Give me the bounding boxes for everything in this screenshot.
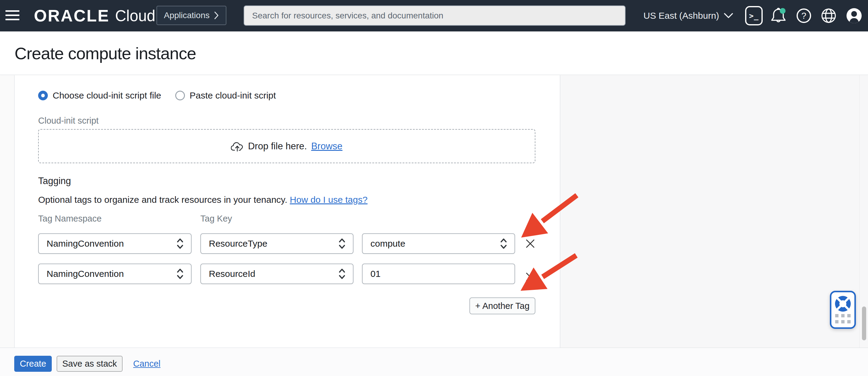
scrollbar-track[interactable] bbox=[859, 75, 868, 348]
remove-tag-row1-button[interactable] bbox=[524, 238, 536, 250]
left-gutter bbox=[0, 75, 14, 348]
tag-namespace-select-row1[interactable]: NamingConvention bbox=[38, 233, 192, 254]
global-search bbox=[244, 5, 626, 26]
tag-value-select-row1[interactable]: compute bbox=[362, 233, 515, 254]
region-label: US East (Ashburn) bbox=[644, 10, 719, 21]
chevron-down-icon bbox=[724, 13, 733, 19]
save-as-stack-button[interactable]: Save as stack bbox=[57, 356, 123, 372]
profile-button[interactable] bbox=[845, 0, 863, 31]
select-updown-icon bbox=[177, 268, 184, 280]
cloud-wordmark: Cloud bbox=[115, 7, 155, 25]
cloud-upload-icon bbox=[231, 141, 244, 151]
close-icon bbox=[525, 238, 535, 249]
lifebuoy-icon bbox=[834, 295, 851, 312]
top-navigation-bar: ORACLE Cloud Applications US East (Ashbu… bbox=[0, 0, 868, 31]
radio-paste-cloud-init[interactable]: Paste cloud-init script bbox=[175, 90, 276, 101]
cloud-shell-icon: >_ bbox=[745, 6, 763, 25]
notifications-button[interactable] bbox=[769, 0, 788, 31]
support-chat-widget[interactable] bbox=[830, 291, 856, 329]
tagging-heading: Tagging bbox=[38, 176, 71, 186]
add-another-tag-button[interactable]: + Another Tag bbox=[469, 298, 535, 314]
radio-unselected-icon[interactable] bbox=[175, 91, 185, 100]
cloud-init-script-label: Cloud-init script bbox=[38, 116, 99, 126]
help-icon: ? bbox=[797, 8, 811, 23]
page-header: Create compute instance bbox=[0, 31, 868, 75]
close-icon bbox=[525, 272, 535, 282]
cancel-link[interactable]: Cancel bbox=[133, 356, 160, 372]
tag-key-column-label: Tag Key bbox=[200, 214, 232, 224]
tag-namespace-column-label: Tag Namespace bbox=[38, 214, 102, 224]
tag-namespace-select-row2[interactable]: NamingConvention bbox=[38, 264, 192, 284]
select-updown-icon bbox=[177, 238, 184, 249]
browse-link[interactable]: Browse bbox=[311, 141, 342, 152]
how-do-i-use-tags-link[interactable]: How do I use tags? bbox=[290, 195, 368, 205]
select-updown-icon bbox=[500, 238, 507, 249]
oracle-wordmark: ORACLE bbox=[34, 6, 110, 25]
avatar-icon bbox=[846, 7, 862, 24]
search-input[interactable] bbox=[244, 6, 625, 25]
action-footer: Create Save as stack Cancel bbox=[0, 348, 868, 376]
drop-file-text: Drop file here. bbox=[248, 141, 307, 152]
create-button[interactable]: Create bbox=[14, 356, 52, 372]
tag-key-select-row2[interactable]: ResourceId bbox=[200, 264, 353, 284]
form-content-area: Choose cloud-init script file Paste clou… bbox=[0, 75, 868, 348]
menu-icon[interactable] bbox=[5, 10, 19, 21]
tag-value-field-row2 bbox=[362, 264, 515, 284]
help-button[interactable]: ? bbox=[795, 0, 812, 31]
radio-selected-icon[interactable] bbox=[38, 91, 48, 100]
scrollbar-thumb[interactable] bbox=[862, 306, 866, 340]
cloud-init-radio-group: Choose cloud-init script file Paste clou… bbox=[38, 90, 276, 101]
region-selector[interactable]: US East (Ashburn) bbox=[644, 0, 733, 31]
remove-tag-row2-button[interactable] bbox=[524, 271, 536, 283]
oracle-cloud-logo[interactable]: ORACLE Cloud bbox=[34, 0, 156, 31]
cloud-shell-button[interactable]: >_ bbox=[744, 0, 764, 31]
bell-icon bbox=[769, 6, 787, 25]
radio-paste-label: Paste cloud-init script bbox=[190, 90, 276, 101]
page-title: Create compute instance bbox=[14, 43, 196, 63]
applications-label: Applications bbox=[164, 10, 210, 20]
tagging-description: Optional tags to organize and track reso… bbox=[38, 195, 367, 205]
file-drop-zone[interactable]: Drop file here. Browse bbox=[38, 129, 535, 163]
tag-value-input[interactable] bbox=[363, 264, 515, 283]
chevron-right-icon bbox=[214, 11, 219, 19]
radio-choose-cloud-init-file[interactable]: Choose cloud-init script file bbox=[38, 90, 161, 101]
select-updown-icon bbox=[338, 238, 346, 249]
tag-key-select-row1[interactable]: ResourceType bbox=[200, 233, 353, 254]
create-compute-instance-page: ORACLE Cloud Applications US East (Ashbu… bbox=[0, 0, 868, 376]
select-updown-icon bbox=[338, 268, 346, 280]
globe-icon bbox=[821, 8, 837, 24]
language-button[interactable] bbox=[820, 0, 837, 31]
radio-choose-label: Choose cloud-init script file bbox=[53, 90, 161, 101]
drag-handle-dots-icon[interactable] bbox=[835, 314, 851, 323]
applications-button[interactable]: Applications bbox=[156, 6, 226, 25]
